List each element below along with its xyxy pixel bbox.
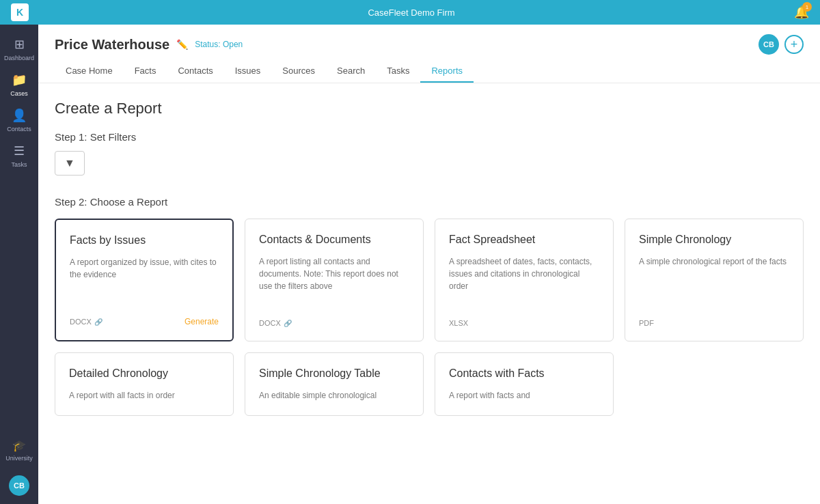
filter-icon: ▼ <box>64 157 75 169</box>
page-content: Create a Report Step 1: Set Filters ▼ St… <box>38 83 820 432</box>
card-title: Simple Chronology <box>639 233 789 247</box>
tab-contacts[interactable]: Contacts <box>167 60 223 83</box>
report-card-detailed-chronology[interactable]: Detailed Chronology A report with all fa… <box>55 352 234 416</box>
step1-label: Step 1: Set Filters <box>55 131 804 143</box>
card-description: A simple chronological report of the fac… <box>639 255 789 308</box>
case-title-right: CB + <box>758 34 804 55</box>
topbar-right: 🔔 1 <box>794 5 809 20</box>
case-status: Status: Open <box>195 40 243 49</box>
card-title: Detailed Chronology <box>69 367 219 381</box>
sidebar-item-tasks[interactable]: ☰ Tasks <box>0 138 38 173</box>
sidebar-bottom: 🎓 University CB <box>3 434 36 504</box>
tab-facts[interactable]: Facts <box>124 60 167 83</box>
case-avatar[interactable]: CB <box>758 34 779 55</box>
card-description: A report with facts and <box>449 389 599 402</box>
card-title: Contacts & Documents <box>259 233 409 247</box>
report-format: XLSX <box>449 319 468 327</box>
step2-label: Step 2: Choose a Report <box>55 196 804 208</box>
card-title: Simple Chronology Table <box>259 367 409 381</box>
card-title: Facts by Issues <box>70 234 219 248</box>
sidebar-item-contacts[interactable]: 👤 Contacts <box>0 102 38 138</box>
tab-case-home[interactable]: Case Home <box>55 60 124 83</box>
topbar: K CaseFleet Demo Firm 🔔 1 <box>0 0 820 25</box>
notification-icon[interactable]: 🔔 1 <box>794 5 809 20</box>
sidebar-label-cases: Cases <box>10 90 28 97</box>
sidebar-label-dashboard: Dashboard <box>4 55 34 61</box>
dashboard-icon: ⊞ <box>14 37 25 52</box>
card-description: A spreadsheet of dates, facts, contacts,… <box>449 255 599 308</box>
tab-tasks[interactable]: Tasks <box>376 60 420 83</box>
report-card-simple-chronology-table[interactable]: Simple Chronology Table An editable simp… <box>245 352 424 416</box>
report-format: DOCX 🔗 <box>70 318 102 326</box>
nav-tabs: Case Home Facts Contacts Issues Sources … <box>55 60 804 83</box>
sidebar: ⊞ Dashboard 📁 Cases 👤 Contacts ☰ Tasks 🎓… <box>0 25 38 504</box>
report-card-simple-chronology[interactable]: Simple Chronology A simple chronological… <box>625 219 804 341</box>
report-cards-row1: Facts by Issues A report organized by is… <box>55 219 804 341</box>
sidebar-avatar[interactable]: CB <box>9 475 29 496</box>
card-footer: XLSX <box>449 319 599 327</box>
report-format: PDF <box>639 319 654 327</box>
card-footer: PDF <box>639 319 789 327</box>
case-add-button[interactable]: + <box>784 35 804 54</box>
card-description: A report listing all contacts and docume… <box>259 255 409 308</box>
topbar-left: K <box>11 3 29 21</box>
page-title: Create a Report <box>55 100 804 117</box>
case-name: Price Waterhouse <box>55 37 169 53</box>
report-card-contacts-with-facts[interactable]: Contacts with Facts A report with facts … <box>435 352 614 416</box>
cases-icon: 📁 <box>12 72 27 87</box>
tab-reports[interactable]: Reports <box>420 60 474 83</box>
case-header: Price Waterhouse ✏️ Status: Open CB + Ca… <box>38 25 820 83</box>
sidebar-item-dashboard[interactable]: ⊞ Dashboard <box>0 31 38 67</box>
empty-cell <box>625 352 804 416</box>
card-footer: DOCX 🔗 <box>259 319 409 327</box>
link-icon: 🔗 <box>284 320 292 327</box>
sidebar-item-cases[interactable]: 📁 Cases <box>0 67 38 102</box>
card-description: An editable simple chronological <box>259 389 409 402</box>
main-content: Price Waterhouse ✏️ Status: Open CB + Ca… <box>38 25 820 504</box>
card-title: Fact Spreadsheet <box>449 233 599 247</box>
card-description: A report organized by issue, with cites … <box>70 256 219 306</box>
report-card-contacts-documents[interactable]: Contacts & Documents A report listing al… <box>245 219 424 341</box>
tab-issues[interactable]: Issues <box>224 60 272 83</box>
card-title: Contacts with Facts <box>449 367 599 381</box>
report-format: DOCX 🔗 <box>259 319 292 327</box>
app-logo[interactable]: K <box>11 3 29 21</box>
tab-sources[interactable]: Sources <box>271 60 326 83</box>
case-title-row: Price Waterhouse ✏️ Status: Open CB + <box>55 34 804 55</box>
sidebar-label-tasks: Tasks <box>11 161 27 168</box>
sidebar-item-university[interactable]: 🎓 University <box>3 434 36 467</box>
tasks-icon: ☰ <box>14 143 25 158</box>
edit-icon[interactable]: ✏️ <box>176 39 188 50</box>
case-title-left: Price Waterhouse ✏️ Status: Open <box>55 37 243 53</box>
tab-search[interactable]: Search <box>326 60 376 83</box>
link-icon: 🔗 <box>94 318 102 326</box>
sidebar-label-contacts: Contacts <box>7 126 31 132</box>
filter-button[interactable]: ▼ <box>55 151 85 176</box>
notification-badge: 1 <box>802 2 812 12</box>
university-icon: 🎓 <box>12 439 26 452</box>
report-card-fact-spreadsheet[interactable]: Fact Spreadsheet A spreadsheet of dates,… <box>435 219 614 341</box>
report-cards-row2: Detailed Chronology A report with all fa… <box>55 352 804 416</box>
contacts-icon: 👤 <box>12 108 27 123</box>
card-footer: DOCX 🔗 Generate <box>70 317 219 326</box>
sidebar-label-university: University <box>5 455 33 462</box>
card-description: A report with all facts in order <box>69 389 219 402</box>
generate-link[interactable]: Generate <box>184 317 219 326</box>
firm-name: CaseFleet Demo Firm <box>368 8 454 18</box>
report-card-facts-by-issues[interactable]: Facts by Issues A report organized by is… <box>55 219 234 341</box>
